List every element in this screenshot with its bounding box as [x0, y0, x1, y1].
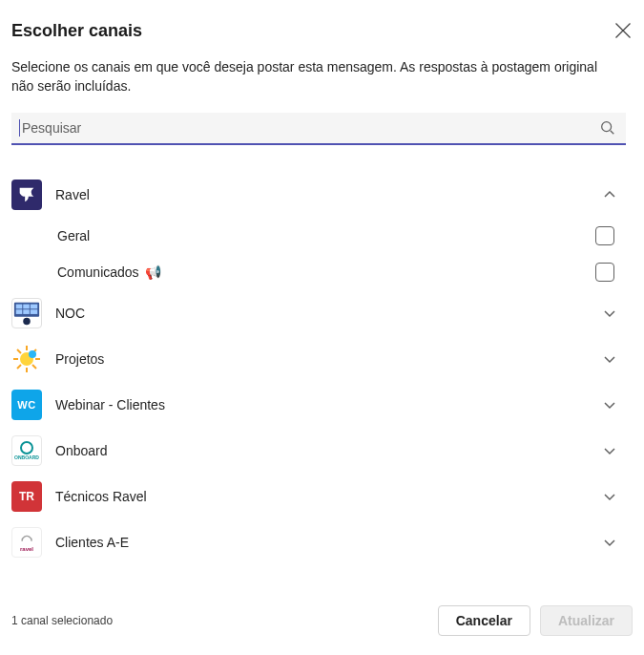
- team-row-projetos[interactable]: Projetos: [11, 336, 626, 382]
- team-row-ravel[interactable]: Ravel: [11, 172, 626, 218]
- team-avatar: [11, 298, 42, 328]
- team-avatar: WC: [11, 390, 42, 420]
- close-icon[interactable]: [613, 21, 633, 40]
- channel-row-geral[interactable]: Geral: [11, 218, 626, 254]
- svg-line-19: [17, 365, 21, 369]
- channel-name: Comunicados 📢: [57, 264, 595, 280]
- chevron-down-icon: [603, 444, 616, 457]
- svg-line-3: [611, 131, 614, 135]
- cancel-button[interactable]: Cancelar: [438, 605, 530, 636]
- channel-label: Geral: [57, 228, 90, 243]
- dialog-title: Escolher canais: [11, 21, 142, 41]
- team-avatar: ◠ ravel: [11, 527, 42, 558]
- team-list: Ravel Geral Comunicados 📢 NOC: [11, 172, 626, 565]
- search-field[interactable]: [11, 113, 626, 145]
- svg-rect-5: [16, 305, 23, 309]
- team-row-tecnicos[interactable]: TR Técnicos Ravel: [11, 474, 626, 519]
- svg-line-18: [32, 365, 36, 369]
- megaphone-icon: 📢: [145, 264, 161, 280]
- team-avatar: TR: [11, 481, 42, 512]
- svg-point-11: [23, 318, 31, 326]
- team-row-webinar[interactable]: WC Webinar - Clientes: [11, 382, 626, 428]
- svg-point-2: [602, 122, 612, 132]
- svg-rect-6: [23, 305, 30, 309]
- team-name: Onboard: [55, 443, 603, 458]
- team-row-noc[interactable]: NOC: [11, 290, 626, 336]
- team-avatar: [11, 180, 42, 210]
- chevron-down-icon: [603, 536, 616, 549]
- chevron-down-icon: [603, 352, 616, 366]
- team-name: Clientes A-E: [55, 535, 603, 550]
- team-name: Webinar - Clientes: [55, 397, 603, 412]
- dialog-subtitle: Selecione os canais em que você deseja p…: [11, 58, 603, 95]
- chevron-down-icon: [603, 306, 616, 320]
- team-name: Projetos: [55, 351, 603, 367]
- team-row-clientes[interactable]: ◠ ravel Clientes A-E: [11, 519, 626, 565]
- svg-rect-9: [23, 309, 30, 314]
- search-icon: [599, 119, 616, 137]
- chevron-down-icon: [603, 490, 616, 503]
- chevron-down-icon: [603, 398, 616, 412]
- channel-checkbox[interactable]: [595, 263, 614, 282]
- team-name: NOC: [55, 306, 603, 321]
- svg-point-21: [29, 350, 36, 358]
- chevron-up-icon: [603, 188, 616, 201]
- channel-label: Comunicados: [57, 264, 139, 280]
- channel-checkbox[interactable]: [595, 226, 614, 245]
- svg-rect-10: [31, 309, 38, 314]
- search-input[interactable]: [22, 120, 599, 136]
- team-avatar: [11, 344, 42, 374]
- team-name: Ravel: [55, 187, 603, 202]
- svg-rect-7: [31, 305, 38, 309]
- channel-row-comunicados[interactable]: Comunicados 📢: [11, 254, 626, 290]
- svg-line-17: [17, 349, 21, 353]
- update-button[interactable]: Atualizar: [540, 605, 633, 636]
- selection-status: 1 canal selecionado: [11, 614, 428, 627]
- team-row-onboard[interactable]: ONBOARD Onboard: [11, 428, 626, 474]
- team-name: Técnicos Ravel: [55, 489, 603, 504]
- svg-rect-8: [16, 309, 23, 314]
- channel-name: Geral: [57, 228, 595, 243]
- team-avatar: ONBOARD: [11, 435, 42, 466]
- text-cursor: [19, 119, 20, 137]
